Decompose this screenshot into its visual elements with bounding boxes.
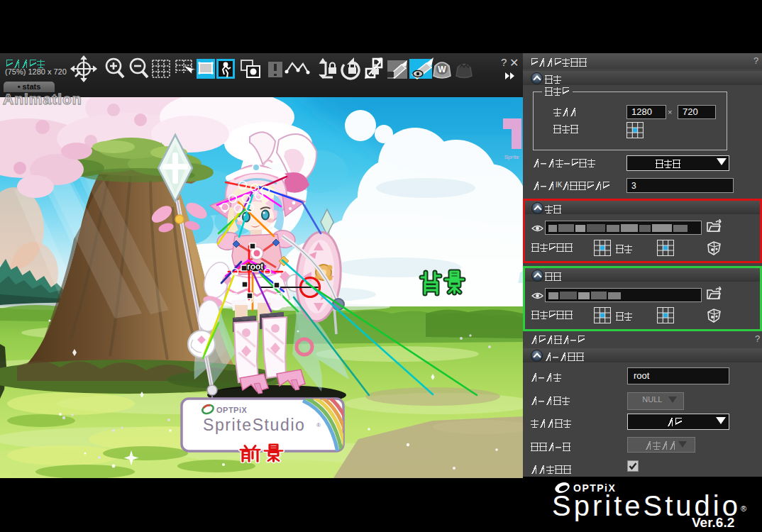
svg-text:✕: ✕ (509, 57, 519, 69)
svg-text:Sprite: Sprite (504, 154, 519, 160)
svg-text:OPTPiX: OPTPiX (216, 406, 248, 414)
svg-text:?: ? (501, 56, 507, 68)
svg-text:W: W (438, 65, 446, 74)
svg-text:SpriteStudio: SpriteStudio (203, 416, 306, 434)
svg-text:root: root (247, 262, 263, 272)
svg-text:®: ® (316, 422, 321, 428)
